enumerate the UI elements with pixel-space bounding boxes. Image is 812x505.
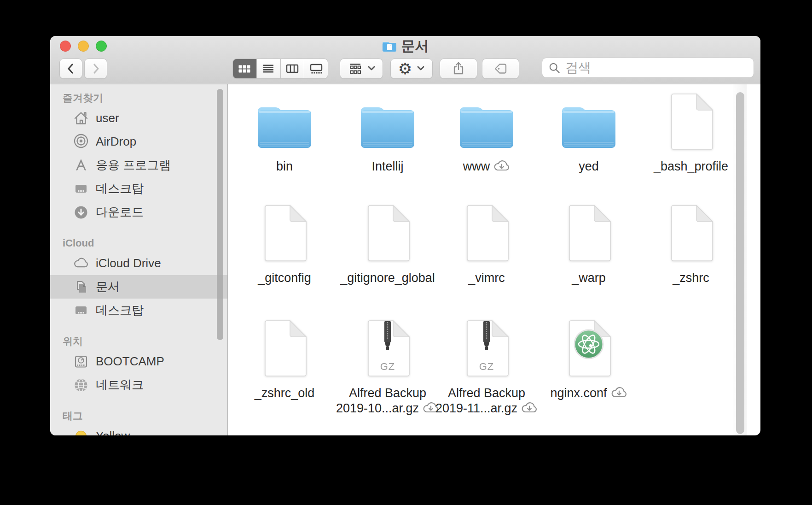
back-button[interactable] — [59, 59, 82, 79]
file-name: _zshrc_old — [255, 386, 315, 401]
folder-proxy-icon[interactable] — [382, 41, 397, 52]
list-view-icon — [261, 61, 276, 76]
file-item-nginx.conf[interactable]: nginx.conf — [538, 320, 639, 401]
sidebar-item-icloud-drive[interactable]: iCloud Drive — [50, 252, 227, 275]
file-name: _vimrc — [468, 270, 505, 286]
tag-button[interactable] — [482, 59, 519, 79]
file-item-yed[interactable]: yed — [538, 94, 639, 174]
file-item-_zshrc_old[interactable]: _zshrc_old — [234, 320, 335, 401]
sidebar-item-bootcamp[interactable]: BOOTCAMP — [50, 350, 227, 373]
folder-icon — [359, 103, 416, 150]
icon-view-button[interactable] — [233, 59, 257, 78]
column-view-button[interactable] — [281, 59, 305, 78]
file-name: _zshrc — [673, 270, 709, 286]
file-name: bin — [276, 159, 293, 174]
cloud-download-icon — [521, 402, 538, 414]
desktop-icon — [72, 302, 90, 319]
tag-yellow-icon — [72, 428, 90, 436]
search-input[interactable] — [564, 60, 748, 76]
chevron-right-icon — [88, 61, 104, 76]
page-title: 문서 — [401, 37, 429, 56]
document-icon — [669, 205, 713, 263]
content-scrollbar-track[interactable] — [733, 84, 747, 435]
chevron-down-icon — [367, 65, 376, 72]
file-item-_zshrc[interactable]: _zshrc — [640, 205, 742, 286]
file-item-_vimrc[interactable]: _vimrc — [436, 205, 537, 286]
file-grid[interactable]: bin Intellij www yed _bash_profile _gitc… — [228, 84, 747, 435]
sidebar-item-다운로드[interactable]: 다운로드 — [50, 200, 227, 224]
document-icon — [567, 205, 611, 263]
file-item-_gitignore_global[interactable]: _gitignore_global — [337, 205, 438, 286]
window-header: 문서 — [50, 36, 760, 84]
action-menu-button[interactable]: ⚙ — [390, 59, 433, 79]
file-item-_gitconfig[interactable]: _gitconfig — [234, 205, 335, 286]
folder-icon — [560, 103, 617, 150]
file-name: Alfred Backup2019-10...ar.gz — [336, 386, 439, 416]
cloud-download-icon — [493, 160, 510, 172]
icloud-icon — [72, 255, 90, 272]
sidebar-scrollbar[interactable] — [217, 89, 223, 340]
forward-button[interactable] — [84, 59, 107, 79]
downloads-icon — [72, 204, 90, 221]
group-icon — [347, 61, 363, 76]
drive-icon — [72, 353, 90, 370]
file-item-alfred-backup-2019-10...ar.gz[interactable]: GZ Alfred Backup2019-10...ar.gz — [337, 320, 438, 416]
list-view-button[interactable] — [257, 59, 281, 78]
applications-icon — [72, 157, 90, 174]
documents-icon — [72, 279, 90, 295]
network-icon — [72, 377, 90, 393]
file-item-alfred-backup-2019-11...ar.gz[interactable]: GZ Alfred Backup2019-11...ar.gz — [436, 320, 537, 416]
share-button[interactable] — [440, 59, 477, 79]
chevron-left-icon — [63, 61, 79, 76]
file-item-_warp[interactable]: _warp — [538, 205, 639, 286]
file-item-www[interactable]: www — [436, 94, 537, 174]
document-icon — [262, 320, 307, 378]
archive-icon: GZ — [365, 320, 410, 378]
sidebar-section-header: iCloud — [50, 235, 227, 252]
sidebar: 즐겨찾기 user AirDrop 응용 프로그램 데스크탑 다운로드 iClo… — [50, 84, 228, 435]
sidebar-item-user[interactable]: user — [50, 106, 227, 130]
sidebar-item-문서[interactable]: 문서 — [50, 275, 227, 299]
chevron-down-icon — [417, 65, 425, 72]
search-icon — [548, 61, 561, 74]
gallery-view-button[interactable] — [304, 59, 328, 78]
sidebar-section-header: 즐겨찾기 — [50, 90, 227, 106]
sidebar-section-header: 태그 — [50, 408, 227, 424]
file-item-_bash_profile[interactable]: _bash_profile — [640, 94, 742, 174]
sidebar-item-yellow[interactable]: Yellow — [50, 424, 227, 435]
document-icon — [669, 94, 713, 152]
file-name: www — [463, 159, 510, 174]
folder-icon — [458, 103, 515, 150]
titlebar[interactable]: 문서 — [50, 36, 760, 54]
file-item-intellij[interactable]: Intellij — [337, 94, 438, 174]
file-item-bin[interactable]: bin — [234, 94, 335, 174]
share-icon — [451, 61, 466, 76]
sidebar-item-데스크탑[interactable]: 데스크탑 — [50, 299, 227, 322]
file-name: _warp — [572, 270, 606, 286]
tag-icon — [493, 61, 509, 76]
content-scrollbar-thumb[interactable] — [736, 92, 744, 434]
sidebar-section-header: 위치 — [50, 333, 227, 350]
archive-badge: GZ — [365, 361, 410, 373]
document-icon — [464, 205, 509, 263]
sidebar-item-airdrop[interactable]: AirDrop — [50, 130, 227, 153]
view-mode-switcher — [232, 59, 328, 79]
sidebar-item-데스크탑[interactable]: 데스크탑 — [50, 177, 227, 200]
desktop-background: 문서 — [0, 0, 812, 505]
file-name: _gitconfig — [258, 270, 311, 286]
document-icon — [262, 205, 307, 263]
group-by-button[interactable] — [340, 59, 383, 79]
search-field[interactable] — [542, 58, 754, 78]
window-title: 문서 — [50, 38, 760, 54]
finder-window: 문서 — [50, 36, 760, 435]
archive-icon: GZ — [464, 320, 509, 378]
icon-view-icon — [237, 61, 252, 76]
cloud-download-icon — [611, 387, 627, 399]
sidebar-item-네트워크[interactable]: 네트워크 — [50, 373, 227, 397]
column-view-icon — [284, 61, 300, 76]
gear-icon: ⚙ — [398, 61, 412, 76]
conf-file-icon — [567, 320, 611, 378]
folder-icon — [256, 103, 313, 150]
file-name: yed — [579, 159, 599, 174]
sidebar-item-응용-프로그램[interactable]: 응용 프로그램 — [50, 153, 227, 177]
